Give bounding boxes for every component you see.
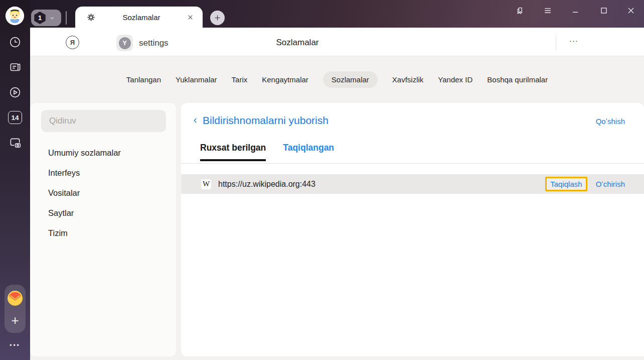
address-bar-url[interactable]: settings [139,38,169,48]
tab-close-icon[interactable] [187,14,194,21]
add-pinned-app-button[interactable]: + [6,311,24,329]
sidebar-item-vositalar[interactable]: Vositalar [48,188,80,198]
tabs-divider [181,163,644,164]
video-icon[interactable] [9,86,22,99]
history-icon[interactable] [9,36,22,49]
nav-kengaytmalar[interactable]: Kengaytmalar [262,71,308,88]
screenshot-icon[interactable] [9,136,22,149]
more-actions-button[interactable]: ... [569,35,579,43]
sidebar-item-interfeys[interactable]: Interfeys [48,168,80,178]
calendar-day: 14 [11,114,19,122]
nav-yandex-id[interactable]: Yandex ID [438,71,472,88]
sidebar-item-tizim[interactable]: Tizim [48,228,68,238]
maximize-icon[interactable] [599,6,609,16]
wikipedia-favicon: W [201,179,211,189]
add-site-link[interactable]: Qoʻshish [596,117,625,126]
delete-button[interactable]: Oʻchirish [596,180,625,188]
tab-counter[interactable]: 1 [31,10,61,26]
sidebar-item-saytlar[interactable]: Saytlar [48,208,74,218]
nav-boshqa-qurilmalar[interactable]: Boshqa qurilmalar [487,71,548,88]
tab-count-badge: 1 [34,12,46,24]
site-url: https://uz.wikipedia.org:443 [218,180,315,189]
nav-tanlangan[interactable]: Tanlangan [126,71,161,88]
calendar-icon[interactable]: 14 [8,111,22,124]
address-bar-title: Sozlamalar [221,38,374,48]
mail-icon[interactable] [6,289,24,307]
nav-yuklanmalar[interactable]: Yuklanmalar [176,71,217,88]
gear-icon [86,13,96,22]
settings-sidebar: Umumiy sozlamalar Interfeys Vositalar Sa… [30,103,176,356]
nav-sozlamalar-active[interactable]: Sozlamalar [323,71,378,88]
chevron-down-icon [49,15,55,21]
rail-overflow-dots[interactable]: ••• [0,342,30,349]
page-favicon: Y [116,35,133,51]
permission-row: W https://uz.wikipedia.org:443 Taqiqlash… [181,174,644,194]
nav-tarix[interactable]: Tarix [232,71,248,88]
settings-nav: Tanlangan Yuklanmalar Tarix Kengaytmalar… [30,56,644,103]
block-button-highlighted[interactable]: Taqiqlash [545,177,587,191]
tab-allowed[interactable]: Ruxsat berilgan [200,143,266,161]
new-tab-button[interactable] [210,11,225,25]
tab-sozlamalar[interactable]: Sozlamalar [75,7,203,28]
tab-title: Sozlamalar [96,13,187,22]
toolbar-separator [556,35,556,50]
tab-blocked[interactable]: Taqiqlangan [283,143,334,161]
yandex-icon[interactable]: Я [66,36,79,49]
sidebar-item-umumiy-sozlamalar[interactable]: Umumiy sozlamalar [48,148,121,158]
side-panels-icon[interactable] [515,6,525,16]
close-window-icon[interactable] [626,6,636,16]
page-title[interactable]: Bildirishnomalarni yuborish [203,114,329,127]
user-avatar[interactable] [6,7,24,25]
permission-tabs: Ruxsat berilgan Taqiqlangan [200,143,334,161]
nav-xavfsizlik[interactable]: Xavfsizlik [392,71,424,88]
back-chevron-icon[interactable] [192,116,199,125]
settings-content: Bildirishnomalarni yuborish Qoʻshish Rux… [181,103,644,356]
menu-icon[interactable] [543,6,553,16]
search-input[interactable] [41,110,166,132]
tabstrip-separator [66,11,67,25]
feed-icon[interactable] [9,61,22,74]
minimize-icon[interactable] [571,6,581,16]
browser-side-rail: 14 + ••• [0,0,30,360]
